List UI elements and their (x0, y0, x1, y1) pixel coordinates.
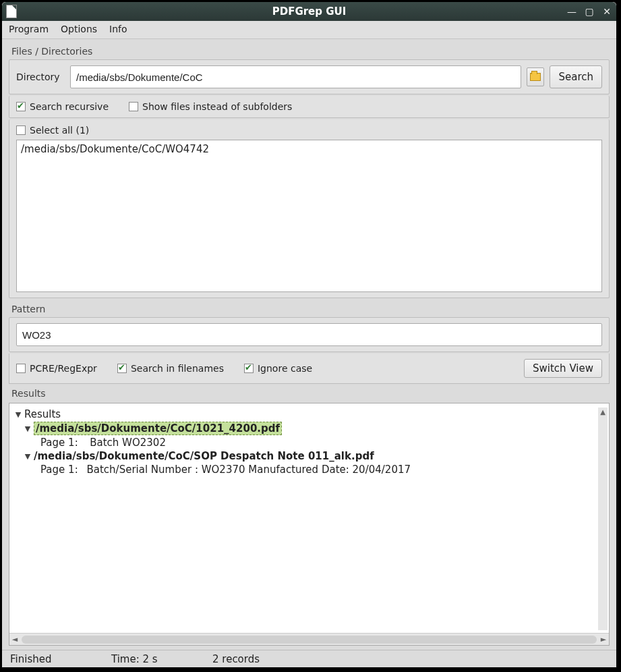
search-filenames-checkbox[interactable]: Search in filenames (117, 363, 224, 374)
tree-match[interactable]: Page 1: Batch/Serial Number : WO2370 Man… (15, 463, 603, 476)
tree-file-node[interactable]: ▼ /media/sbs/Dokumente/CoC/SOP Despatch … (15, 449, 603, 463)
status-state: Finished (5, 653, 106, 665)
pattern-input[interactable] (16, 323, 602, 346)
status-time: Time: 2 s (106, 653, 207, 665)
pattern-options-row: PCRE/RegExpr Search in filenames Ignore … (9, 354, 610, 384)
scroll-up-icon[interactable]: ▲ (598, 408, 608, 417)
scrollbar-track[interactable] (22, 636, 597, 644)
browse-folder-button[interactable] (527, 67, 544, 86)
scroll-left-icon[interactable]: ◄ (9, 635, 20, 644)
show-files-checkbox[interactable]: Show files instead of subfolders (129, 101, 292, 112)
search-recursive-checkbox[interactable]: Search recursive (16, 101, 109, 112)
results-panel: ▼ Results ▼ /media/sbs/Dokumente/CoC/102… (9, 403, 610, 646)
menubar: Program Options Info (2, 21, 616, 39)
menu-options[interactable]: Options (61, 24, 97, 34)
tree-match[interactable]: Page 1: Batch WO2302 (15, 436, 603, 449)
status-bar: Finished Time: 2 s 2 records (2, 650, 616, 667)
document-icon (6, 5, 17, 18)
select-all-checkbox[interactable]: Select all (1) (16, 125, 602, 136)
search-button[interactable]: Search (550, 65, 602, 88)
titlebar[interactable]: PDFGrep GUI — ▢ ✕ (2, 2, 616, 21)
scroll-right-icon[interactable]: ► (598, 635, 609, 644)
select-all-panel: Select all (1) /media/sbs/Dokumente/CoC/… (9, 119, 610, 298)
files-heading: Files / Directories (11, 46, 607, 57)
maximize-button[interactable]: ▢ (584, 6, 595, 17)
vertical-scrollbar[interactable]: ▲ (598, 408, 608, 630)
tree-file-node[interactable]: ▼ /media/sbs/Dokumente/CoC/1021_4200.pdf (15, 421, 603, 436)
pattern-panel (9, 317, 610, 352)
files-options-row: Search recursive Show files instead of s… (9, 96, 610, 118)
menu-info[interactable]: Info (109, 24, 127, 34)
checkbox-icon (244, 364, 254, 373)
chevron-down-icon[interactable]: ▼ (24, 452, 31, 461)
folder-icon (530, 73, 541, 81)
checkbox-icon (117, 364, 127, 373)
window-title: PDFGrep GUI (2, 5, 616, 18)
directory-row: Directory Search (16, 65, 602, 88)
tree-root[interactable]: ▼ Results (15, 408, 603, 421)
menu-program[interactable]: Program (9, 24, 49, 34)
content-area: Files / Directories Directory Search Sea… (2, 39, 616, 650)
checkbox-icon (129, 102, 138, 111)
minimize-button[interactable]: — (566, 6, 577, 17)
results-tree[interactable]: ▼ Results ▼ /media/sbs/Dokumente/CoC/102… (9, 403, 609, 633)
pcre-checkbox[interactable]: PCRE/RegExpr (16, 363, 97, 374)
checkbox-icon (16, 102, 26, 111)
checkbox-icon (16, 125, 26, 135)
pattern-heading: Pattern (11, 304, 607, 314)
checkbox-icon (16, 364, 26, 373)
window-controls: — ▢ ✕ (566, 6, 612, 17)
directory-list[interactable]: /media/sbs/Dokumente/CoC/WO4742 (16, 140, 602, 292)
horizontal-scrollbar[interactable]: ◄ ► (9, 633, 609, 645)
results-heading: Results (11, 388, 607, 399)
chevron-down-icon[interactable]: ▼ (24, 424, 31, 433)
app-window: PDFGrep GUI — ▢ ✕ Program Options Info F… (1, 1, 617, 668)
files-panel: Directory Search (9, 59, 610, 94)
close-button[interactable]: ✕ (601, 6, 612, 17)
chevron-down-icon[interactable]: ▼ (15, 410, 22, 419)
switch-view-button[interactable]: Switch View (524, 359, 602, 378)
status-records: 2 records (207, 653, 265, 665)
directory-label: Directory (16, 72, 65, 82)
ignore-case-checkbox[interactable]: Ignore case (244, 363, 312, 374)
directory-input[interactable] (70, 65, 521, 88)
list-item[interactable]: /media/sbs/Dokumente/CoC/WO4742 (21, 143, 597, 155)
